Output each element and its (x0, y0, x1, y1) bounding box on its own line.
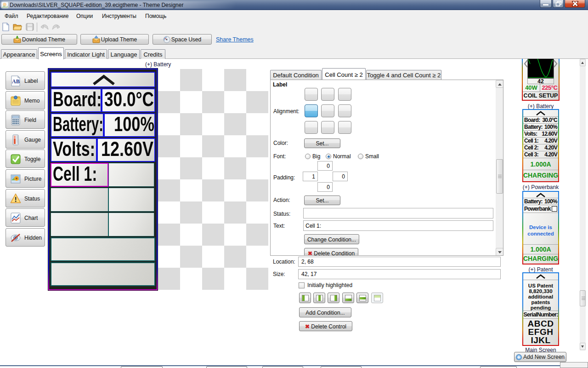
svg-text:AB: AB (12, 78, 20, 85)
